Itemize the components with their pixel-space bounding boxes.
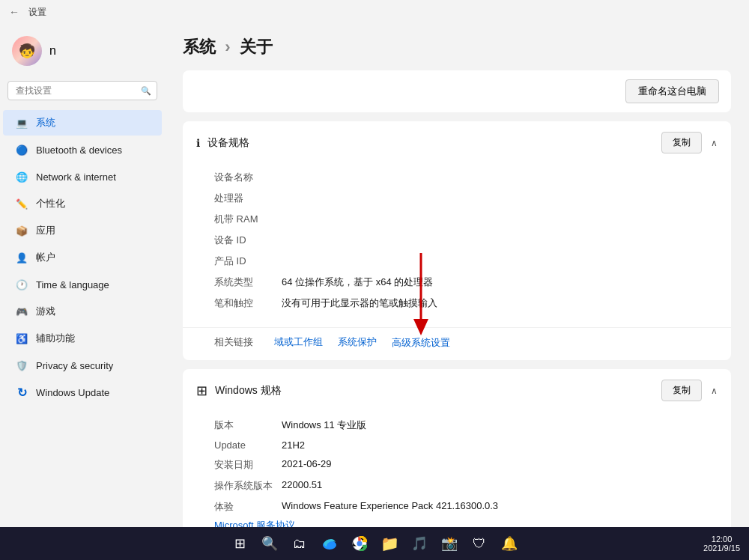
- sidebar-item-accessibility[interactable]: ♿ 辅助功能: [3, 326, 162, 351]
- svg-point-4: [357, 541, 363, 547]
- personalization-icon: ✏️: [15, 197, 28, 210]
- sidebar-item-apps[interactable]: 📦 应用: [3, 218, 162, 243]
- info-label: 笔和触控: [214, 296, 282, 310]
- info-label: 安装日期: [214, 458, 282, 472]
- sidebar-item-accounts[interactable]: 👤 帐户: [3, 245, 162, 270]
- search-input[interactable]: [7, 81, 157, 100]
- gaming-icon: 🎮: [15, 305, 28, 318]
- update-icon: ↻: [15, 386, 28, 399]
- page-header: 系统 › 关于: [183, 36, 731, 58]
- device-specs-body: 设备名称 处理器 机带 RAM 设备 ID 产品 ID: [183, 164, 731, 324]
- info-row-device-id: 设备 ID: [214, 230, 718, 251]
- accessibility-icon: ♿: [15, 332, 28, 345]
- sidebar-search-container: 🔍: [7, 81, 157, 100]
- info-row-processor: 处理器: [214, 188, 718, 209]
- ms-service-link[interactable]: Microsoft 服务协议: [214, 517, 718, 527]
- rename-row: 重命名这台电脑: [183, 70, 731, 112]
- sidebar-item-privacy[interactable]: 🛡️ Privacy & security: [3, 353, 162, 378]
- info-label: 产品 ID: [214, 255, 282, 268]
- info-label: 版本: [214, 419, 282, 432]
- sidebar-item-label: 个性化: [36, 197, 65, 210]
- taskbar-start-button[interactable]: ⊞: [228, 532, 252, 556]
- titlebar: ← 设置: [0, 0, 749, 24]
- windows-specs-card: ⊞ Windows 规格 复制 ∧ 版本 Windows 11 专业版 Upda…: [183, 369, 731, 527]
- sidebar-profile: 🧒 n: [0, 30, 165, 78]
- info-row-pen: 笔和触控 没有可用于此显示器的笔或触摸输入: [214, 293, 718, 314]
- sidebar-item-update[interactable]: ↻ Windows Update: [3, 380, 162, 405]
- info-row-edition: 版本 Windows 11 专业版: [214, 415, 718, 436]
- taskbar-icon9[interactable]: 🔔: [497, 532, 521, 556]
- link-advanced-settings[interactable]: 高级系统设置: [392, 337, 450, 349]
- taskbar-edge[interactable]: [318, 532, 342, 556]
- sidebar-item-label: Bluetooth & devices: [36, 144, 122, 156]
- sidebar-item-label: 系统: [36, 116, 55, 130]
- taskbar-chrome[interactable]: [348, 532, 372, 556]
- device-specs-header[interactable]: ℹ 设备规格 复制 ∧: [183, 121, 731, 164]
- bluetooth-icon: 🔵: [15, 143, 28, 156]
- sidebar-item-network[interactable]: 🌐 Network & internet: [3, 164, 162, 189]
- sidebar-item-label: Time & language: [36, 279, 109, 290]
- taskbar-search[interactable]: 🔍: [258, 532, 282, 556]
- svg-marker-1: [413, 319, 428, 335]
- apps-icon: 📦: [15, 224, 28, 237]
- taskbar-icon6[interactable]: 🎵: [407, 532, 431, 556]
- info-label: 设备 ID: [214, 234, 282, 247]
- related-links-row: 相关链接 域或工作组 系统保护 高级系统设置: [183, 327, 731, 360]
- info-row-experience: 体验 Windows Feature Experience Pack 421.1…: [214, 496, 718, 517]
- info-row-install-date: 安装日期 2021-06-29: [214, 454, 718, 475]
- info-value: Windows Feature Experience Pack 421.1630…: [282, 500, 498, 514]
- sidebar: 🧒 n 🔍 💻 系统 🔵 Bluetooth & devices 🌐 Netwo…: [0, 24, 165, 527]
- taskbar-icon8[interactable]: 🛡: [467, 532, 491, 556]
- device-specs-chevron: ∧: [711, 138, 718, 148]
- info-label: 系统类型: [214, 276, 282, 289]
- info-value: 21H2: [282, 439, 305, 451]
- windows-specs-title: Windows 规格: [215, 384, 282, 398]
- sidebar-item-personalization[interactable]: ✏️ 个性化: [3, 191, 162, 216]
- taskbar-right-area: 12:00 2021/9/15: [703, 535, 740, 553]
- time-icon: 🕐: [15, 278, 28, 291]
- sidebar-item-bluetooth[interactable]: 🔵 Bluetooth & devices: [3, 137, 162, 162]
- info-label: 设备名称: [214, 171, 282, 184]
- info-row-os-version: 操作系统版本 22000.51: [214, 475, 718, 496]
- taskbar-fileexplorer[interactable]: 📁: [377, 532, 401, 556]
- sidebar-item-time[interactable]: 🕐 Time & language: [3, 272, 162, 297]
- search-icon: 🔍: [141, 86, 151, 96]
- windows-icon: ⊞: [196, 383, 207, 399]
- windows-specs-header[interactable]: ⊞ Windows 规格 复制 ∧: [183, 369, 731, 412]
- back-button[interactable]: ←: [9, 6, 19, 18]
- link-protection[interactable]: 系统保护: [338, 335, 377, 350]
- sidebar-item-label: 应用: [36, 224, 55, 237]
- sidebar-username: n: [49, 44, 56, 58]
- link-domain[interactable]: 域或工作组: [274, 335, 323, 350]
- windows-specs-copy-button[interactable]: 复制: [661, 380, 702, 401]
- breadcrumb-parent: 系统: [183, 37, 216, 56]
- windows-specs-header-left: ⊞ Windows 规格: [196, 383, 282, 399]
- info-value: 22000.51: [282, 479, 322, 493]
- info-label: Update: [214, 439, 282, 451]
- sidebar-item-label: 游戏: [36, 305, 55, 318]
- device-specs-header-left: ℹ 设备规格: [196, 136, 249, 150]
- related-links-label: 相关链接: [214, 335, 253, 350]
- device-specs-copy-button[interactable]: 复制: [661, 132, 702, 153]
- rename-button[interactable]: 重命名这台电脑: [625, 79, 719, 103]
- info-row-device-name: 设备名称: [214, 167, 718, 188]
- device-specs-title: 设备规格: [207, 136, 249, 150]
- taskbar-taskview[interactable]: 🗂: [288, 532, 312, 556]
- sidebar-item-label: Network & internet: [36, 171, 116, 183]
- titlebar-title: 设置: [28, 6, 46, 19]
- sidebar-item-gaming[interactable]: 🎮 游戏: [3, 299, 162, 324]
- info-row-product-id: 产品 ID: [214, 251, 718, 272]
- network-icon: 🌐: [15, 170, 28, 183]
- breadcrumb-current: 关于: [240, 37, 273, 56]
- info-label: 处理器: [214, 192, 282, 205]
- info-row-update: Update 21H2: [214, 436, 718, 454]
- annotation-arrow: [402, 253, 440, 335]
- privacy-icon: 🛡️: [15, 359, 28, 372]
- avatar: 🧒: [12, 36, 42, 66]
- info-label: 操作系统版本: [214, 479, 282, 493]
- info-label: 机带 RAM: [214, 213, 282, 226]
- taskbar-icon7[interactable]: 📸: [437, 532, 461, 556]
- windows-specs-header-right: 复制 ∧: [661, 380, 718, 401]
- info-label: 体验: [214, 500, 282, 514]
- sidebar-item-system[interactable]: 💻 系统: [3, 110, 162, 136]
